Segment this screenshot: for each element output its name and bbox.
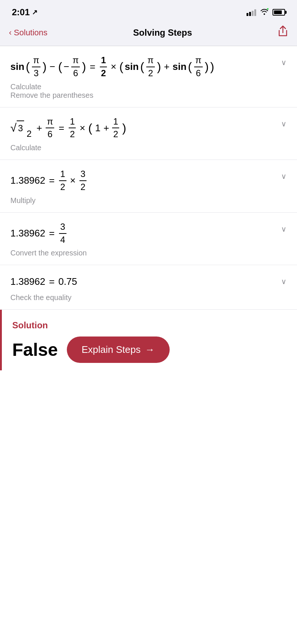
back-button[interactable]: ‹ Solutions <box>9 28 48 38</box>
content-area: sin ( π 3 ) − ( − π 6 ) = 1 2 × ( sin ( <box>0 46 297 640</box>
status-time: 2:01 ↗ <box>12 7 37 17</box>
status-bar: 2:01 ↗ <box>0 0 297 22</box>
explain-steps-label: Explain Steps <box>82 344 141 355</box>
step-5: 1.38962 = 0.75 Check the equality ∨ <box>0 265 297 310</box>
svg-point-0 <box>267 8 269 10</box>
solution-value: False <box>12 339 58 360</box>
step-4: 1.38962 = 3 4 Convert the expression ∨ <box>0 213 297 265</box>
step-1-label: CalculateRemove the parentheses <box>10 83 287 100</box>
location-icon: ↗ <box>32 8 37 16</box>
explain-steps-button[interactable]: Explain Steps → <box>67 337 170 363</box>
share-button[interactable] <box>278 25 288 40</box>
back-label: Solutions <box>14 28 48 38</box>
step-5-equation: 1.38962 = 0.75 <box>10 274 287 290</box>
step-3-equation: 1.38962 = 1 2 × 3 2 <box>10 169 287 193</box>
chevron-down-icon-3[interactable]: ∨ <box>281 172 287 181</box>
arrow-icon: → <box>145 344 155 355</box>
step-3-label: Multiply <box>10 196 287 205</box>
chevron-down-icon[interactable]: ∨ <box>281 58 287 67</box>
solution-label: Solution <box>12 320 287 331</box>
step-1-equation: sin ( π 3 ) − ( − π 6 ) = 1 2 × ( sin ( <box>10 55 287 79</box>
chevron-down-icon-4[interactable]: ∨ <box>281 225 287 234</box>
chevron-down-icon-5[interactable]: ∨ <box>281 277 287 286</box>
step-2-equation: √ 3 x 2 + π 6 = 1 2 × ( 1 + 1 2 <box>10 116 287 140</box>
signal-icon <box>247 9 256 16</box>
chevron-down-icon-2[interactable]: ∨ <box>281 119 287 128</box>
step-2-label: Calculate <box>10 144 287 152</box>
battery-icon <box>272 9 285 16</box>
step-3: 1.38962 = 1 2 × 3 2 Multiply ∨ <box>0 160 297 213</box>
home-indicator <box>0 640 297 644</box>
step-4-label: Convert the expression <box>10 249 287 257</box>
step-4-equation: 1.38962 = 3 4 <box>10 222 287 245</box>
nav-bar: ‹ Solutions Solving Steps <box>0 22 297 46</box>
status-icons <box>247 8 285 17</box>
step-2: √ 3 x 2 + π 6 = 1 2 × ( 1 + 1 2 <box>0 107 297 160</box>
step-1: sin ( π 3 ) − ( − π 6 ) = 1 2 × ( sin ( <box>0 46 297 107</box>
step-5-label: Check the equality <box>10 293 287 302</box>
page-title: Solving Steps <box>133 28 192 38</box>
solution-section: Solution False Explain Steps → <box>0 310 297 370</box>
solution-result: False Explain Steps → <box>12 337 287 363</box>
wifi-icon <box>260 8 269 17</box>
chevron-left-icon: ‹ <box>9 28 12 38</box>
